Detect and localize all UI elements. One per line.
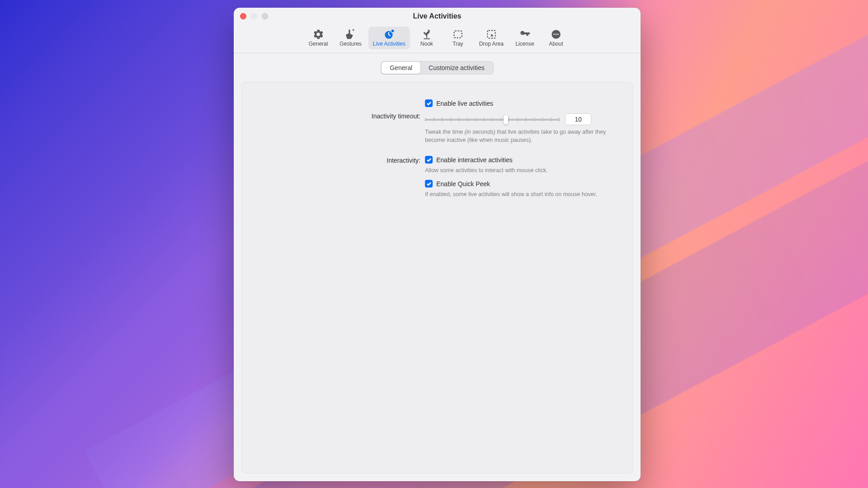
interactive-help: Allow some activities to interact with m… bbox=[425, 166, 619, 174]
key-icon bbox=[519, 29, 531, 39]
segment-customize[interactable]: Customize activities bbox=[420, 62, 493, 74]
ellipsis-circle-icon bbox=[550, 29, 562, 39]
checkbox-checked-icon bbox=[425, 180, 433, 188]
titlebar: Live Activities bbox=[234, 8, 641, 25]
tab-about[interactable]: About bbox=[542, 27, 571, 49]
tray-icon bbox=[452, 29, 464, 39]
preferences-window: Live Activities General Gestures Live Ac… bbox=[234, 8, 641, 481]
svg-point-5 bbox=[553, 34, 555, 35]
minimize-button[interactable] bbox=[251, 13, 257, 19]
tab-general[interactable]: General bbox=[304, 27, 333, 49]
sub-tab-segment: General Customize activities bbox=[381, 61, 494, 75]
tab-label: Live Activities bbox=[373, 41, 406, 47]
checkbox-label: Enable Quick Peek bbox=[436, 180, 490, 188]
inactivity-timeout-label: Inactivity timeout: bbox=[255, 112, 425, 120]
inactivity-timeout-slider[interactable] bbox=[425, 115, 560, 124]
maximize-button[interactable] bbox=[262, 13, 268, 19]
gear-icon bbox=[312, 29, 324, 39]
interactivity-section-label: Interactivity: bbox=[255, 156, 425, 164]
svg-point-6 bbox=[555, 34, 557, 35]
segment-general[interactable]: General bbox=[382, 62, 420, 74]
tab-live-activities[interactable]: Live Activities bbox=[368, 27, 410, 49]
traffic-lights bbox=[240, 13, 268, 19]
preferences-toolbar: General Gestures Live Activities Nook Tr… bbox=[234, 25, 641, 53]
svg-rect-2 bbox=[454, 31, 462, 38]
inactivity-timeout-help: Tweak the time (in seconds) that live ac… bbox=[425, 128, 619, 144]
checkbox-checked-icon bbox=[425, 99, 433, 107]
tab-nook[interactable]: Nook bbox=[412, 27, 441, 49]
tab-label: Gestures bbox=[340, 41, 362, 47]
clock-badge-icon bbox=[383, 29, 395, 39]
checkbox-checked-icon bbox=[425, 156, 433, 164]
hand-tap-icon bbox=[344, 29, 356, 39]
tab-label: About bbox=[549, 41, 563, 47]
enable-live-activities-checkbox[interactable]: Enable live activities bbox=[425, 99, 619, 107]
lamp-icon bbox=[421, 29, 433, 39]
tab-gestures[interactable]: Gestures bbox=[335, 27, 366, 49]
checkbox-label: Enable live activities bbox=[436, 100, 493, 107]
tab-label: General bbox=[309, 41, 328, 47]
tab-label: Tray bbox=[453, 41, 463, 47]
tab-drop-area[interactable]: Drop Area bbox=[475, 27, 508, 49]
settings-panel: Enable live activities Inactivity timeou… bbox=[241, 82, 633, 474]
enable-interactive-checkbox[interactable]: Enable interactive activities bbox=[425, 156, 619, 164]
close-button[interactable] bbox=[240, 13, 246, 19]
enable-quick-peek-checkbox[interactable]: Enable Quick Peek bbox=[425, 180, 619, 188]
tab-label: Nook bbox=[420, 41, 433, 47]
window-title: Live Activities bbox=[234, 12, 641, 20]
tab-label: License bbox=[515, 41, 534, 47]
svg-point-1 bbox=[391, 29, 395, 33]
inactivity-timeout-input[interactable] bbox=[565, 113, 591, 125]
checkbox-label: Enable interactive activities bbox=[436, 156, 513, 164]
tab-license[interactable]: License bbox=[510, 27, 539, 49]
quick-peek-help: If enabled, some live activities will sh… bbox=[425, 190, 619, 198]
tab-label: Drop Area bbox=[479, 41, 504, 47]
tab-tray[interactable]: Tray bbox=[443, 27, 472, 49]
svg-point-7 bbox=[557, 34, 559, 35]
drop-area-icon bbox=[486, 29, 497, 39]
